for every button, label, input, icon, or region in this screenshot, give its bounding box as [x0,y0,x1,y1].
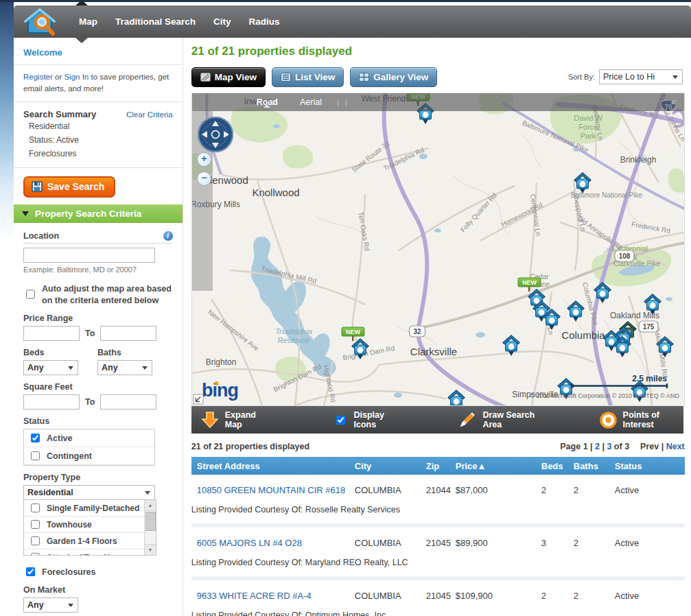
address-cell: 10850 GREEN MOUNTAIN CIR #618 [191,485,349,495]
save-search-button[interactable]: Save Search [23,176,115,198]
expand-arrow-icon [201,412,219,429]
next-link[interactable]: Next [666,442,685,451]
property-type-option-attached-row-house[interactable]: Attached/Row House [24,549,145,556]
draw-search-area-button[interactable]: Draw Search Area [458,410,546,429]
sqft-max-input[interactable] [100,394,156,410]
listing-address-link[interactable]: 9633 WHITE ACRE RD #A-4 [197,591,312,601]
gallery-view-button[interactable]: Gallery View [350,67,437,87]
svg-text:32: 32 [413,328,421,335]
property-type-checkbox-single-family-detached[interactable] [31,504,40,512]
nav-tab-map[interactable]: Map [70,5,106,38]
square-feet-label: Square Feet [23,382,173,392]
foreclosures-checkbox[interactable] [26,567,35,576]
zoom-out-button[interactable]: − [197,171,211,186]
nav-tabs: MapTraditional SearchCityRadius [70,5,289,38]
criteria-form: Location i Example: Baltimore, MD or 200… [14,223,183,616]
bing-logo: bing [202,380,238,401]
page-link-2[interactable]: 2 [595,442,600,451]
active-tab-notch-top [75,0,88,5]
property-type-option-single-family-detached[interactable]: Single Family-Detached [24,500,145,517]
property-type-select[interactable]: Residential [23,485,155,500]
table-row: 6005 MAJORS LN #4 O28COLUMBIA21045$89,90… [191,528,685,555]
sqft-min-input[interactable] [23,394,80,410]
nav-tab-radius[interactable]: Radius [240,5,289,38]
map-canvas[interactable]: West FriendshipInwoodGlenwoodKnollwoodRo… [191,93,685,406]
column-header-city[interactable]: City [349,461,421,471]
column-header-street-address[interactable]: Street Address [191,461,349,471]
status-checkbox-active[interactable] [31,434,40,442]
map-collapse-button[interactable]: « [671,97,684,107]
map-toolbar: Expand MapDisplay IconsDraw Search AreaP… [191,406,683,434]
expand-map-button[interactable]: Expand Map [201,410,268,429]
property-type-option-garden-1-4-floors[interactable]: Garden 1-4 Floors [24,533,145,549]
page-label: Page [560,442,583,451]
display-icons-button[interactable]: Display Icons [333,410,402,429]
zoom-in-button[interactable]: + [197,152,211,167]
property-type-checkbox-attached-row-house[interactable] [31,553,40,556]
status-option-label: Active [47,434,73,443]
register-link[interactable]: Register [23,73,53,81]
nav-tab-traditional-search[interactable]: Traditional Search [106,5,204,38]
price-min-input[interactable] [23,326,80,341]
status-checkbox-contingent[interactable] [31,451,40,460]
column-header-price[interactable]: Price▲ [450,461,536,471]
property-type-checkbox-townhouse[interactable] [31,520,40,529]
property-type-option-townhouse[interactable]: Townhouse [24,517,145,533]
map-label: Brinkleigh [620,155,656,165]
column-header-beds[interactable]: Beds [536,461,568,471]
prev-link[interactable]: Prev [640,442,659,451]
new-tag-label: NEW [522,279,537,286]
new-tag-pole [352,336,354,341]
price-max-input[interactable] [100,326,156,341]
list-view-button[interactable]: List View [272,67,344,87]
address-cell: 9633 WHITE ACRE RD #A-4 [191,591,349,601]
map-label: Knollwood [252,187,299,198]
column-header-status[interactable]: Status [609,461,685,471]
property-type-checkbox-garden-1-4-floors[interactable] [31,536,40,545]
beds-select[interactable]: Any [23,360,78,375]
view-switcher: Map ViewList ViewGallery View Sort By: P… [191,67,691,87]
status-label: Status [23,416,173,426]
listing-address-link[interactable]: 6005 MAJORS LN #4 O28 [197,538,302,548]
sign-in-link[interactable]: Sign In [64,73,89,81]
criteria-header[interactable]: Property Search Criteria [14,204,183,223]
map-style-aerial[interactable]: Aerial [289,97,333,107]
map-expand-corner-icon[interactable] [194,394,203,404]
column-header-baths[interactable]: Baths [568,461,609,471]
info-icon[interactable]: i [163,231,173,241]
listing-address-link[interactable]: 10850 GREEN MOUNTAIN CIR #618 [197,485,346,495]
status-cell: Active [609,538,685,548]
baths-cell: 2 [568,591,609,601]
svg-text:175: 175 [642,323,654,331]
signup-text-mid: or [53,73,65,81]
location-input[interactable] [23,248,155,263]
map-style-road[interactable]: Road [246,97,289,107]
style-bar-separators: | | [337,98,349,106]
status-cell: Active [609,591,685,601]
points-of-interest-button[interactable]: Points of Interest [600,410,683,429]
scroll-thumb[interactable] [145,512,156,531]
status-option-active[interactable]: Active [24,429,154,447]
scroll-down-icon[interactable]: ▼ [145,544,156,555]
auto-adjust-checkbox[interactable] [26,284,35,305]
status-option-contingent[interactable]: Contingent [24,447,154,465]
nav-tab-city[interactable]: City [204,5,240,38]
baths-select[interactable]: Any [97,360,152,375]
app-logo[interactable] [23,8,58,36]
on-market-select[interactable]: Any [23,597,78,613]
column-header-zip[interactable]: Zip [421,461,450,471]
zip-cell: 21044 [421,485,450,495]
pencil-icon [458,411,476,429]
listbox-scrollbar[interactable]: ▲ ▼ [144,500,156,555]
map-view-button[interactable]: Map View [191,67,266,87]
listing-courtesy: Listing Provided Courtesy Of: Optimum Ho… [191,608,691,616]
map-icon [200,73,211,82]
points-of-interest-label: Points of Interest [623,410,683,429]
clear-criteria-link[interactable]: Clear Criteria [126,110,173,119]
price-cell: $87,000 [450,485,536,495]
map-label: Clarksville [410,346,457,357]
sort-by-select[interactable]: Price Lo to Hi [599,69,683,84]
scroll-up-icon[interactable]: ▲ [145,500,156,511]
map-copyright: © 2011 Microsoft Corporation © 2010 NAVT… [530,392,679,399]
display-icons-checkbox[interactable] [336,415,345,425]
